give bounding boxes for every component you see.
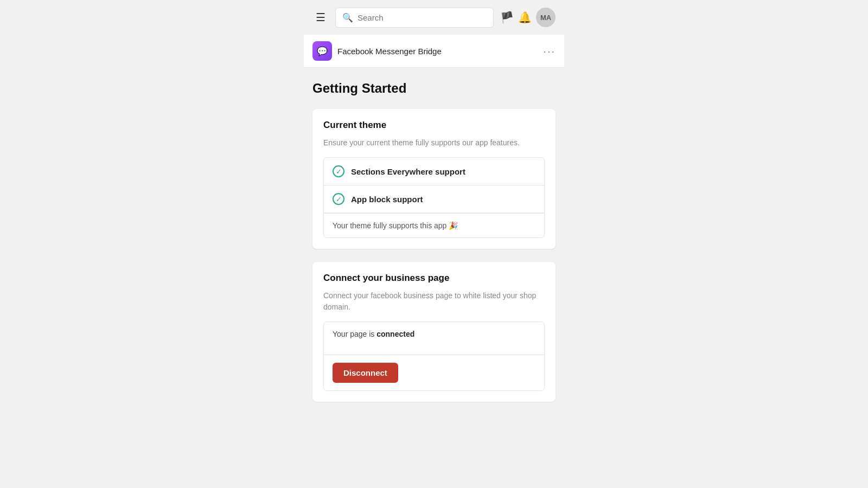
app-header: 💬 Facebook Messenger Bridge ··· [304,35,564,68]
current-theme-section: Current theme Ensure your current theme … [312,109,556,249]
app-info: 💬 Facebook Messenger Bridge [312,41,442,61]
feature-item-appblock: ✓ App block support [324,185,544,213]
flag-icon[interactable]: 🏴 [500,11,514,24]
app-name: Facebook Messenger Bridge [337,47,442,56]
avatar[interactable]: MA [536,8,556,27]
disconnect-button[interactable]: Disconnect [333,363,398,383]
current-theme-description: Ensure your current theme fully supports… [323,137,545,149]
feature-list: ✓ Sections Everywhere support ✓ App bloc… [323,157,545,238]
bell-icon[interactable]: 🔔 [518,11,532,24]
main-content: Getting Started Current theme Ensure you… [304,68,564,415]
check-icon-appblock: ✓ [333,193,344,205]
top-navigation: ☰ 🔍 🏴 🔔 MA [304,0,564,35]
connect-business-description: Connect your facebook business page to w… [323,290,545,313]
connect-business-title: Connect your business page [323,273,545,284]
page-title: Getting Started [312,81,556,96]
feature-item-sections: ✓ Sections Everywhere support [324,158,544,185]
theme-support-note: Your theme fully supports this app 🎉 [324,213,544,237]
app-icon: 💬 [312,41,332,61]
menu-icon[interactable]: ☰ [312,8,329,27]
search-input[interactable] [358,13,487,22]
connected-status-text: Your page is connected [333,330,535,338]
nav-icons: 🏴 🔔 MA [500,8,556,27]
feature-label-sections: Sections Everywhere support [351,167,465,176]
current-theme-title: Current theme [323,120,545,131]
check-icon-sections: ✓ [333,165,344,177]
feature-label-appblock: App block support [351,195,423,204]
connected-status-box: Your page is connected Disconnect [323,322,545,391]
connect-business-section: Connect your business page Connect your … [312,262,556,402]
connected-label: connected [376,330,414,338]
search-icon: 🔍 [342,12,353,23]
more-options-button[interactable]: ··· [543,45,556,57]
search-bar[interactable]: 🔍 [335,8,494,28]
